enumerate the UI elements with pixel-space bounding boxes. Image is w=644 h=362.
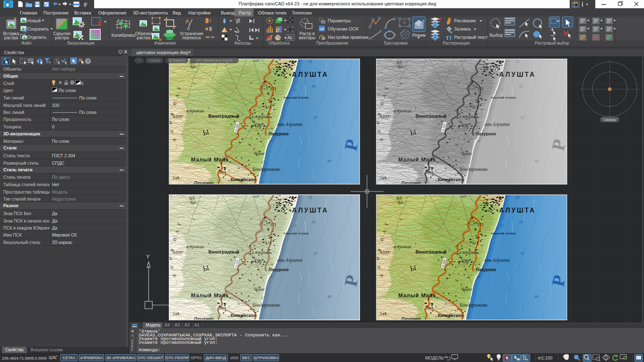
svg-text:Сверху: Сверху <box>604 118 616 122</box>
svg-text:Y: Y <box>146 253 150 260</box>
